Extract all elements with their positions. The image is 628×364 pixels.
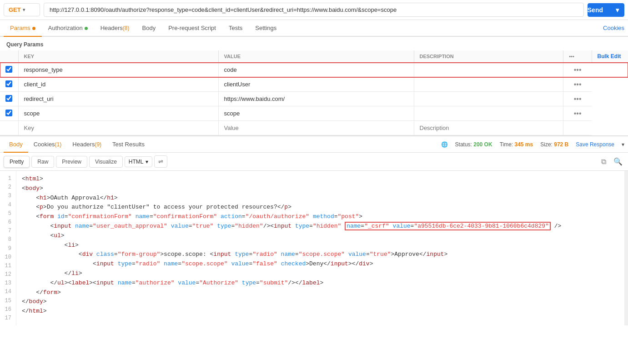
table-row: ••• <box>0 63 628 77</box>
tab-tests[interactable]: Tests <box>222 20 249 36</box>
tab-prerequest[interactable]: Pre-request Script <box>162 20 222 36</box>
code-line: <input name="user_oauth_approval" value=… <box>22 222 619 231</box>
copy-code-button[interactable]: ⧉ <box>599 155 608 168</box>
description-input[interactable] <box>414 121 563 135</box>
row-more-icon[interactable]: ••• <box>574 95 582 103</box>
line-number: 3 <box>0 192 16 200</box>
code-line: </form> <box>22 288 619 298</box>
line-number: 16 <box>0 305 16 314</box>
key-input[interactable] <box>19 121 218 135</box>
url-input[interactable] <box>44 3 584 17</box>
globe-icon: 🌐 <box>441 141 448 148</box>
code-line: </body> <box>22 297 619 307</box>
row-checkbox[interactable] <box>5 80 12 87</box>
key-input[interactable] <box>19 63 218 77</box>
code-line: <h1>OAuth Approval</h1> <box>22 194 619 203</box>
resp-tab-body[interactable]: Body <box>4 136 28 152</box>
save-response-button[interactable]: Save Response <box>576 141 614 148</box>
row-more-icon[interactable]: ••• <box>574 110 582 117</box>
th-bulk-edit[interactable]: Bulk Edit <box>592 50 628 63</box>
line-number: 14 <box>0 288 16 296</box>
table-row: ••• <box>0 77 628 92</box>
format-icon-button[interactable]: ⇌ <box>154 155 167 168</box>
key-input[interactable] <box>19 92 218 106</box>
description-input[interactable] <box>414 92 563 106</box>
code-actions: ⧉ 🔍 <box>599 155 624 168</box>
method-label: GET <box>9 6 21 13</box>
line-number: 17 <box>0 314 16 323</box>
description-input[interactable] <box>414 63 563 77</box>
table-row: ••• <box>0 92 628 106</box>
view-visualize-button[interactable]: Visualize <box>89 156 123 168</box>
view-pretty-button[interactable]: Pretty <box>4 156 30 168</box>
query-params-label: Query Params <box>0 37 628 50</box>
row-more-icon[interactable]: ••• <box>574 80 582 88</box>
description-input[interactable] <box>414 77 563 91</box>
save-response-chevron[interactable]: ▾ <box>622 141 624 148</box>
code-content: <html><body> <h1>OAuth Approval</h1> <p>… <box>16 171 624 325</box>
line-number: 8 <box>0 235 16 244</box>
params-table: KEY VALUE DESCRIPTION ••• Bulk Edit ••••… <box>0 50 628 135</box>
status-label: Status: 200 OK <box>455 141 492 148</box>
key-input[interactable] <box>19 106 218 120</box>
top-bar: GET ▾ Send ▾ <box>0 0 628 20</box>
th-check <box>0 50 18 63</box>
scrollbar[interactable] <box>624 171 628 325</box>
method-selector[interactable]: GET ▾ <box>4 3 40 16</box>
row-more-icon[interactable]: ••• <box>574 66 582 74</box>
value-input[interactable] <box>219 92 414 106</box>
code-line: <li> <box>22 241 619 250</box>
line-number: 12 <box>0 270 16 279</box>
th-more: ••• <box>563 50 592 63</box>
value-input[interactable] <box>219 63 414 77</box>
row-checkbox[interactable] <box>5 95 12 102</box>
line-number: 1 <box>0 175 16 183</box>
code-line: <div class="form-group">scope.scope: <in… <box>22 250 619 259</box>
code-line: </li> <box>22 269 619 279</box>
line-numbers: 1234567891011121314151617 <box>0 171 16 325</box>
line-number: 15 <box>0 297 16 305</box>
description-input[interactable] <box>414 106 563 120</box>
th-value: VALUE <box>218 50 414 63</box>
resp-tab-cookies[interactable]: Cookies(1) <box>28 136 67 152</box>
line-number: 11 <box>0 262 16 270</box>
code-line: </ul><label><input name="authorize" valu… <box>22 279 619 288</box>
row-checkbox[interactable] <box>5 66 12 73</box>
view-preview-button[interactable]: Preview <box>56 156 87 168</box>
code-line: <body> <box>22 184 619 194</box>
format-selector[interactable]: HTML ▾ <box>125 156 152 167</box>
line-number: 7 <box>0 227 16 235</box>
line-number: 10 <box>0 253 16 262</box>
search-code-button[interactable]: 🔍 <box>612 155 624 168</box>
resp-tab-test-results[interactable]: Test Results <box>107 136 150 152</box>
key-input[interactable] <box>19 77 218 91</box>
tab-headers[interactable]: Headers(8) <box>94 20 136 36</box>
time-label: Time: 345 ms <box>500 141 533 148</box>
code-line: <input type="radio" name="scope.scope" v… <box>22 259 619 269</box>
code-line: <form id="confirmationForm" name="confir… <box>22 212 619 222</box>
line-number: 2 <box>0 183 16 192</box>
line-number: 5 <box>0 209 16 218</box>
value-input[interactable] <box>219 121 414 135</box>
code-line: <html> <box>22 175 619 184</box>
value-input[interactable] <box>219 77 414 91</box>
response-status-area: 🌐 Status: 200 OK Time: 345 ms Size: 972 … <box>441 141 624 148</box>
tab-body[interactable]: Body <box>136 20 162 36</box>
code-line: </html> <box>22 307 619 316</box>
th-key: KEY <box>18 50 218 63</box>
send-button[interactable]: Send <box>588 3 610 17</box>
tab-settings[interactable]: Settings <box>249 20 283 36</box>
tab-authorization[interactable]: Authorization <box>42 20 94 36</box>
line-number: 6 <box>0 218 16 227</box>
view-raw-button[interactable]: Raw <box>31 156 54 168</box>
resp-tab-headers[interactable]: Headers(9) <box>67 136 107 152</box>
send-dropdown-button[interactable]: ▾ <box>610 3 624 17</box>
table-row: ••• <box>0 106 628 121</box>
value-input[interactable] <box>219 106 414 120</box>
format-chevron-icon: ▾ <box>146 159 148 165</box>
params-dot <box>32 27 35 30</box>
cookies-link[interactable]: Cookies <box>603 25 624 31</box>
line-number: 13 <box>0 279 16 288</box>
tab-params[interactable]: Params <box>4 20 42 36</box>
row-checkbox[interactable] <box>5 110 12 116</box>
